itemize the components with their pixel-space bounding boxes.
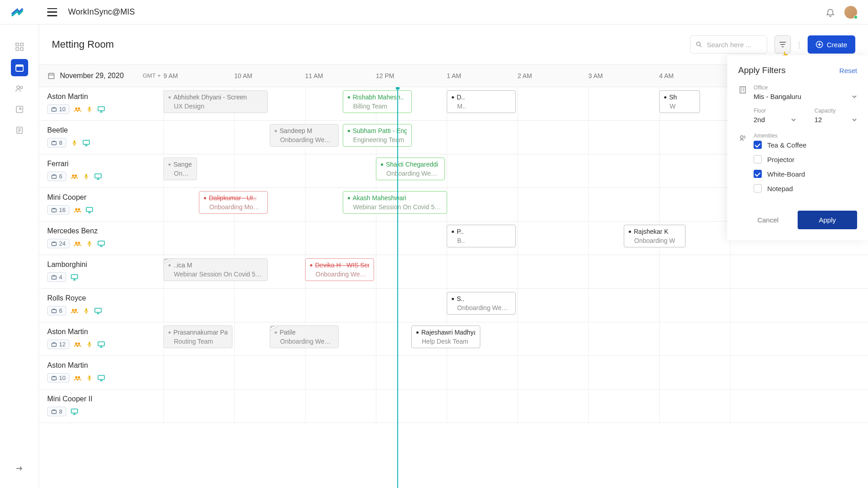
svg-rect-5 <box>16 65 23 67</box>
svg-rect-32 <box>52 142 56 145</box>
svg-point-26 <box>75 107 78 109</box>
nav-share[interactable] <box>11 101 28 118</box>
event-block[interactable]: Abhishek Dhyani - Screen UX Design <box>163 90 268 113</box>
amenity-checkbox[interactable]: Notepad <box>754 184 857 192</box>
nav-calendar[interactable] <box>11 59 28 76</box>
filter-reset[interactable]: Reset <box>839 67 857 74</box>
event-block[interactable]: Dalipkumar - UI.. Onboarding Mobil.. <box>199 191 268 214</box>
hour-label: 12 PM <box>376 72 447 79</box>
nav-docs[interactable] <box>11 122 28 139</box>
menu-icon[interactable] <box>47 8 57 16</box>
svg-rect-75 <box>52 377 56 380</box>
event-block[interactable]: P.. B.. <box>447 225 516 247</box>
svg-rect-72 <box>98 342 104 346</box>
screen-icon <box>71 308 78 314</box>
event-block[interactable]: NO SHOW..ica M Webinar Session On Covid … <box>163 258 268 281</box>
amenity-checkbox[interactable]: White-Board <box>754 170 857 178</box>
svg-rect-1 <box>20 43 23 46</box>
filter-apply[interactable]: Apply <box>798 211 857 229</box>
create-button[interactable]: Create <box>808 35 855 54</box>
room-name: Lamborghini <box>47 261 134 269</box>
display-icon <box>83 140 90 146</box>
event-block[interactable]: Rishabh Mahesh.. Billing Team <box>343 90 412 113</box>
svg-point-70 <box>78 342 80 345</box>
svg-point-38 <box>72 174 74 177</box>
svg-point-69 <box>75 342 78 345</box>
hour-label: 1 AM <box>447 72 518 79</box>
svg-point-77 <box>78 376 80 378</box>
display-icon <box>94 173 102 180</box>
svg-rect-47 <box>86 207 93 212</box>
svg-point-76 <box>75 376 78 378</box>
event-block[interactable]: Sh W <box>659 90 700 113</box>
event-block[interactable]: Shakti Chegareddi Onboarding Web S.. <box>376 158 445 180</box>
office-select[interactable]: Mis - Bangaluru <box>754 93 857 100</box>
display-icon <box>71 409 78 415</box>
capacity-badge: 8 <box>47 138 66 148</box>
nav-people[interactable] <box>11 80 28 97</box>
capacity-select[interactable]: 12 <box>814 116 857 123</box>
svg-point-13 <box>697 42 700 46</box>
bell-icon[interactable] <box>825 7 835 17</box>
display-icon <box>98 106 105 113</box>
svg-rect-53 <box>89 241 91 244</box>
room-name: Aston Martin <box>47 328 134 336</box>
filter-panel: Apply Filters Reset Office Mis - Bangalu… <box>727 55 868 240</box>
avatar[interactable] <box>844 6 857 19</box>
sidebar <box>0 25 39 488</box>
room-name: Aston Martin <box>47 361 134 370</box>
svg-rect-34 <box>83 140 89 144</box>
event-block[interactable]: D.. M.. <box>447 90 516 113</box>
event-block[interactable]: S.. Onboarding Web S.. <box>447 292 516 315</box>
mic-icon <box>83 173 90 180</box>
event-block[interactable]: Sangee.. Onboar.. <box>163 158 197 180</box>
room-name: Aston Martin <box>47 93 134 101</box>
room-name: Ferrari <box>47 160 134 168</box>
svg-rect-25 <box>52 108 56 111</box>
capacity-badge: 12 <box>47 340 69 349</box>
svg-point-52 <box>78 242 80 244</box>
floor-select[interactable]: 2nd <box>754 116 796 123</box>
event-block[interactable]: Akash Maheshwari Webinar Session On Covi… <box>343 191 447 214</box>
filter-cancel[interactable]: Cancel <box>738 211 798 229</box>
date-label[interactable]: November 29, 2020 <box>60 72 124 80</box>
display-icon <box>98 375 105 381</box>
svg-rect-0 <box>16 43 19 46</box>
nav-dashboard[interactable] <box>11 38 28 55</box>
svg-point-93 <box>740 136 743 138</box>
event-block[interactable]: Rajeshawri Madhya.. Help Desk Team <box>411 325 480 348</box>
event-block[interactable]: Prasannakumar Pa.. Routing Team <box>163 325 232 348</box>
filter-title: Apply Filters <box>738 65 786 75</box>
svg-rect-33 <box>74 140 75 143</box>
filter-button[interactable]: 👆 <box>774 35 791 54</box>
expand-sidebar-icon[interactable] <box>11 460 28 477</box>
svg-rect-44 <box>52 209 56 212</box>
svg-rect-37 <box>52 175 56 178</box>
hour-label: 3 AM <box>588 72 659 79</box>
mic-icon <box>86 106 93 113</box>
svg-rect-61 <box>52 310 56 313</box>
search-input[interactable] <box>690 35 767 54</box>
create-label: Create <box>827 41 847 49</box>
svg-point-7 <box>20 87 22 89</box>
event-block[interactable]: Sandeep M Onboarding Web S.. <box>270 124 339 147</box>
amenity-checkbox[interactable]: Projector <box>754 155 857 163</box>
app-logo <box>11 6 24 19</box>
screen-icon <box>74 207 81 213</box>
screen-icon <box>74 241 81 247</box>
svg-rect-21 <box>49 74 54 79</box>
room-name: Rolls Royce <box>47 294 134 302</box>
display-icon <box>98 341 105 348</box>
event-block[interactable]: NO SHOWPatile Onboarding Web S.. <box>270 325 339 348</box>
event-block[interactable]: Devika H - WIS Scr.. Onboarding Web S.. <box>305 258 374 281</box>
svg-point-51 <box>75 242 78 244</box>
amenity-checkbox[interactable]: Tea & Coffee <box>754 141 857 149</box>
svg-rect-86 <box>740 87 745 93</box>
hour-label: 2 AM <box>518 72 588 79</box>
event-block[interactable]: Rajshekar K Onboarding W <box>624 225 686 247</box>
svg-rect-65 <box>95 308 101 312</box>
svg-rect-29 <box>98 107 104 111</box>
svg-point-39 <box>75 174 77 177</box>
event-block[interactable]: Subham Patti - Eng.. Engineering Team <box>343 124 412 147</box>
capacity-badge: 10 <box>47 373 69 383</box>
